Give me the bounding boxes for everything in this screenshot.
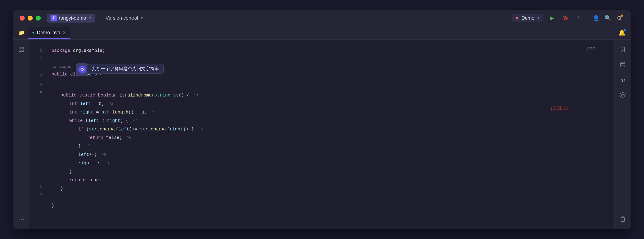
tabbar: 📁 ● Demo.java ✕ ⋮ 🔔: [14, 26, 630, 39]
code-line-1: package org.example;: [52, 46, 614, 55]
search-button[interactable]: 🔍: [603, 13, 613, 23]
run-config-selector[interactable]: ✕ Demo ▾: [512, 14, 543, 22]
run-config-name: Demo: [521, 15, 534, 21]
line-num-15: [29, 165, 47, 174]
tab-label: Demo.java: [37, 30, 60, 35]
close-x-icon: ✕: [515, 15, 519, 21]
line-num-11: [29, 131, 47, 140]
line-num-13: [29, 148, 47, 157]
chevron-down-icon: ▾: [89, 16, 91, 20]
run-button[interactable]: ▶: [548, 14, 556, 22]
maximize-button[interactable]: [36, 16, 41, 20]
line-num-3: [29, 63, 47, 72]
code-line-while: while ( left < right ) { ^4: [52, 116, 614, 125]
notification-dot: [621, 14, 623, 17]
line-num-17: 6: [29, 182, 47, 191]
search-icon: 🔍: [604, 15, 611, 21]
tabbar-right: ⋮: [610, 30, 616, 36]
tab-close-button[interactable]: ✕: [62, 30, 66, 35]
left-sidebar: ⋯: [14, 39, 29, 229]
editor-area: 1 2 3 4 5 6 7: [29, 39, 614, 229]
settings-button[interactable]: ⚙: [614, 13, 624, 23]
person-icon: 👤: [593, 15, 600, 21]
code-line-empty: [52, 193, 614, 201]
titlebar: T tongyi-demo ▾ Version control ▾ ✕ Demo…: [14, 10, 630, 26]
titlebar-right: ✕ Demo ▾ ▶ 🐞 ⋮ 👤 🔍 ⚙: [512, 13, 624, 23]
app-window: T tongyi-demo ▾ Version control ▾ ✕ Demo…: [14, 10, 630, 229]
line-num-4: 3: [29, 72, 47, 80]
project-selector[interactable]: T tongyi-demo ▾: [47, 14, 94, 22]
kebab-icon: ⋮: [576, 15, 582, 21]
code-line-if: if ( str . charAt ( left )!= str . charA…: [52, 125, 614, 133]
divider: [100, 14, 100, 22]
traffic-lights: [20, 16, 41, 20]
tab-demo-java[interactable]: ● Demo.java ✕: [28, 27, 70, 39]
notification-bell-button[interactable]: 🔔: [617, 28, 627, 38]
code-line-int-right: int right = str . length () - 1; ^3 j301…: [52, 108, 614, 116]
line-num-12: [29, 140, 47, 148]
code-line-close-class: }: [52, 201, 614, 210]
code-editor[interactable]: package org.example; no usages public cl…: [47, 39, 614, 229]
tab-more-button[interactable]: ⋮: [610, 30, 616, 35]
line-num-1: 1: [29, 46, 47, 55]
editor-content[interactable]: 1 2 3 4 5 6 7: [29, 39, 614, 229]
code-line-return-false: return false; ^6: [52, 133, 614, 142]
project-icon: T: [50, 15, 57, 21]
svg-rect-2: [19, 50, 21, 52]
line-num-18: 7: [29, 191, 47, 199]
watermark: j301.cn: [551, 105, 570, 111]
sidebar-bookmark-button[interactable]: [618, 44, 628, 55]
code-line-5: public static boolean isPalindrome ( Str…: [52, 91, 614, 99]
line-numbers: 1 2 3 4 5 6 7: [29, 39, 47, 229]
code-line-right-dec: right --; ^9: [52, 159, 614, 167]
folder-icon: 📁: [18, 30, 24, 36]
line-num-7: [29, 97, 47, 106]
line-num-10: [29, 123, 47, 131]
titlebar-icons: 👤 🔍 ⚙: [591, 13, 624, 23]
version-control-button[interactable]: Version control ▾: [106, 15, 143, 21]
line-num-6: 5: [29, 89, 47, 97]
svg-point-5: [82, 69, 83, 70]
more-actions-button[interactable]: ⋮: [574, 14, 583, 22]
code-line-close-method: } → Accept Suggestion: [52, 184, 614, 193]
code-line-return-true: return true;: [52, 176, 614, 184]
line-num-9: [29, 114, 47, 123]
chevron-down-icon: ▾: [538, 16, 539, 20]
play-icon: ▶: [550, 14, 554, 21]
sidebar-ai-plugin-button[interactable]: [618, 90, 628, 100]
code-line-int-left: int left = 0; ^2: [52, 99, 614, 108]
sidebar-item-structure[interactable]: [16, 44, 26, 55]
svg-rect-0: [19, 47, 21, 49]
off-label: OFF: [587, 46, 595, 52]
close-button[interactable]: [20, 16, 24, 20]
line-num-2: 2: [29, 55, 47, 63]
minimize-button[interactable]: [28, 16, 33, 20]
code-line-4: [52, 78, 614, 91]
sidebar-item-more[interactable]: ⋯: [16, 214, 26, 225]
line-num-16: [29, 174, 47, 182]
svg-point-6: [620, 62, 625, 64]
sidebar-trash-button[interactable]: [618, 214, 628, 225]
code-line-close-while: }: [52, 167, 614, 176]
debug-icon: 🐞: [562, 15, 568, 21]
code-line-close-if: } ^7: [52, 142, 614, 150]
more-icon: ⋯: [18, 216, 24, 223]
account-button[interactable]: 👤: [591, 13, 601, 23]
debug-button[interactable]: 🐞: [561, 14, 570, 22]
project-name: tongyi-demo: [59, 15, 86, 21]
line-num-8: [29, 106, 47, 114]
letter-m-icon: m: [620, 76, 625, 83]
code-line-left-inc: left ++; ^8: [52, 150, 614, 159]
svg-rect-1: [22, 47, 24, 49]
version-control-label: Version control: [106, 15, 138, 21]
line-num-5: 4: [29, 80, 47, 89]
chinese-comment-tooltip: 判断一个字符串是否为回文字符串: [87, 64, 164, 74]
ai-tooltip[interactable]: [76, 63, 88, 76]
chevron-down-icon: ▾: [141, 16, 143, 20]
sidebar-database-button[interactable]: [618, 59, 628, 70]
line-num-14: [29, 157, 47, 165]
java-file-icon: ●: [32, 30, 35, 35]
sidebar-m-button[interactable]: m: [618, 74, 628, 85]
code-line-2: [52, 55, 614, 63]
project-tree-button[interactable]: 📁: [17, 28, 26, 37]
